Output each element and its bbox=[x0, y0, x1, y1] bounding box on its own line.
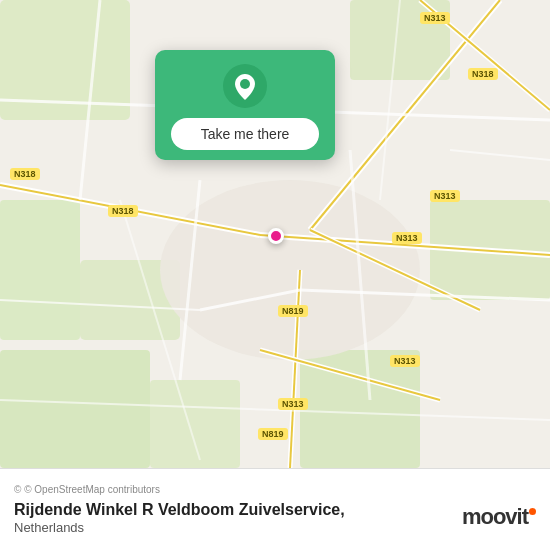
map-area[interactable]: N313 N318 N318 N318 N313 N313 N819 N313 … bbox=[0, 0, 550, 468]
copyright-line: © © OpenStreetMap contributors bbox=[14, 484, 536, 495]
place-name: Rijdende Winkel R Veldboom Zuivelservice… bbox=[14, 501, 536, 519]
location-popup: Take me there bbox=[155, 50, 335, 160]
moovit-text: moovit bbox=[462, 504, 528, 530]
take-me-there-button[interactable]: Take me there bbox=[171, 118, 319, 150]
footer: © © OpenStreetMap contributors Rijdende … bbox=[0, 468, 550, 550]
app: N313 N318 N318 N318 N313 N313 N819 N313 … bbox=[0, 0, 550, 550]
location-pin-icon bbox=[223, 64, 267, 108]
svg-rect-3 bbox=[0, 200, 80, 340]
road-label-n318-top: N318 bbox=[468, 68, 498, 80]
svg-rect-8 bbox=[150, 380, 240, 468]
road-label-n318-mid: N318 bbox=[108, 205, 138, 217]
road-label-n318-left: N318 bbox=[10, 168, 40, 180]
road-label-n819: N819 bbox=[278, 305, 308, 317]
road-label-n313-mid2: N313 bbox=[392, 232, 422, 244]
copyright-icon: © bbox=[14, 484, 21, 495]
moovit-dot bbox=[529, 508, 536, 515]
road-label-n313-mid1: N313 bbox=[430, 190, 460, 202]
road-label-n313-bot2: N313 bbox=[278, 398, 308, 410]
location-dot bbox=[268, 228, 284, 244]
road-label-n819-bot: N819 bbox=[258, 428, 288, 440]
copyright-text: © OpenStreetMap contributors bbox=[24, 484, 160, 495]
road-label-n313-top: N313 bbox=[420, 12, 450, 24]
svg-point-9 bbox=[160, 180, 420, 360]
moovit-logo: moovit bbox=[462, 504, 536, 530]
svg-rect-4 bbox=[0, 350, 150, 468]
place-country: Netherlands bbox=[14, 520, 536, 535]
svg-point-36 bbox=[240, 79, 250, 89]
road-label-n313-bot1: N313 bbox=[390, 355, 420, 367]
